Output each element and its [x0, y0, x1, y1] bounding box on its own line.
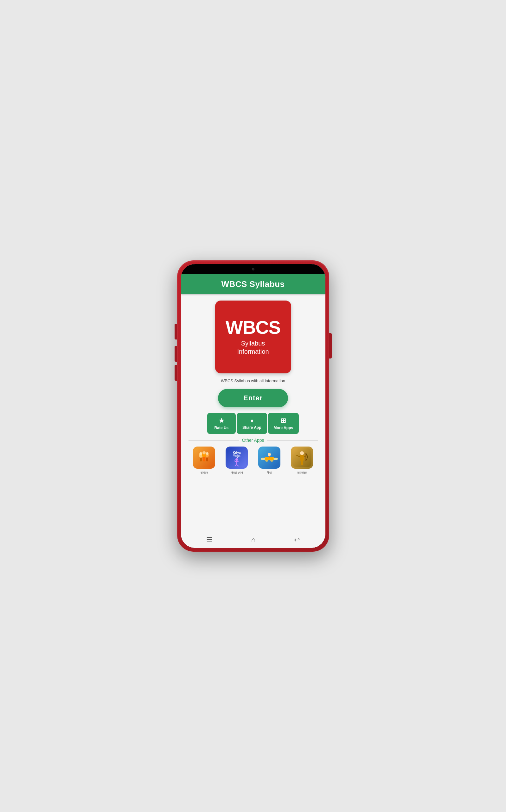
enter-button[interactable]: Enter [218, 389, 288, 407]
other-apps-label: Other Apps [242, 438, 264, 443]
svg-point-23 [268, 453, 271, 456]
logo-wbcs-text: WBCS [226, 318, 280, 337]
logo-subtitle: Syllabus Information [237, 339, 269, 356]
notch-bar [181, 264, 325, 274]
svg-point-28 [300, 451, 304, 455]
other-app-gita[interactable]: গীতা [258, 446, 280, 475]
star-icon: ★ [219, 417, 224, 424]
svg-point-26 [273, 458, 278, 460]
phone-device: WBCS Syllabus WBCS Syllabus Information … [177, 260, 329, 552]
other-apps-grid: রামায়ন [188, 446, 318, 475]
svg-rect-24 [269, 456, 270, 458]
app-content: WBCS Syllabus WBCS Syllabus Information … [181, 274, 325, 548]
svg-point-25 [261, 458, 265, 460]
other-app-yoga[interactable]: Kriya Yoga [226, 446, 248, 475]
yoga-icon: Kriya Yoga [226, 446, 248, 469]
svg-rect-5 [203, 457, 205, 462]
other-app-mahabharata[interactable]: মহাভারত [291, 446, 313, 475]
ramayana-icon [193, 446, 215, 469]
grid-icon: ⊞ [281, 417, 286, 424]
nav-bar: ☰ ⌂ ↩ [181, 532, 325, 548]
camera-notch [252, 268, 254, 271]
share-icon: ⬧ [250, 417, 254, 424]
phone-inner: WBCS Syllabus WBCS Syllabus Information … [181, 264, 325, 548]
app-logo-card: WBCS Syllabus Information [215, 301, 291, 373]
svg-point-13 [235, 458, 238, 461]
svg-point-8 [202, 451, 205, 454]
yoga-label: ক্রিয়া যোগ [231, 471, 242, 475]
home-icon[interactable]: ⌂ [251, 536, 255, 544]
svg-point-7 [199, 452, 202, 455]
other-app-ramayana[interactable]: রামায়ন [193, 446, 215, 475]
mahabharata-icon [291, 446, 313, 469]
back-icon[interactable]: ↩ [294, 536, 300, 544]
phone-screen: WBCS Syllabus WBCS Syllabus Information … [181, 264, 325, 548]
svg-rect-4 [200, 458, 202, 462]
more-apps-button[interactable]: ⊞ More Apps [268, 413, 299, 434]
app-header: WBCS Syllabus [181, 274, 325, 294]
rate-us-button[interactable]: ★ Rate Us [207, 413, 236, 434]
svg-text:Yoga: Yoga [233, 454, 241, 458]
svg-point-9 [206, 452, 208, 455]
app-main: WBCS Syllabus Information WBCS Syllabus … [181, 294, 325, 532]
app-tagline: WBCS Syllabus with all information [221, 379, 285, 383]
other-apps-header: Other Apps [188, 438, 318, 443]
ramayana-label: রামায়ন [200, 471, 208, 475]
app-title: WBCS Syllabus [221, 279, 284, 289]
gita-icon [258, 446, 280, 469]
gita-label: গীতা [267, 471, 272, 475]
mahabharata-label: মহাভারত [297, 471, 307, 475]
share-app-button[interactable]: ⬧ Share App [237, 413, 267, 434]
svg-rect-33 [302, 461, 303, 465]
other-apps-section: Other Apps [186, 438, 320, 475]
svg-rect-6 [206, 458, 208, 462]
action-buttons-row: ★ Rate Us ⬧ Share App ⊞ More Apps [207, 413, 299, 434]
svg-rect-32 [301, 461, 302, 465]
menu-icon[interactable]: ☰ [206, 536, 213, 544]
svg-rect-29 [300, 455, 304, 461]
